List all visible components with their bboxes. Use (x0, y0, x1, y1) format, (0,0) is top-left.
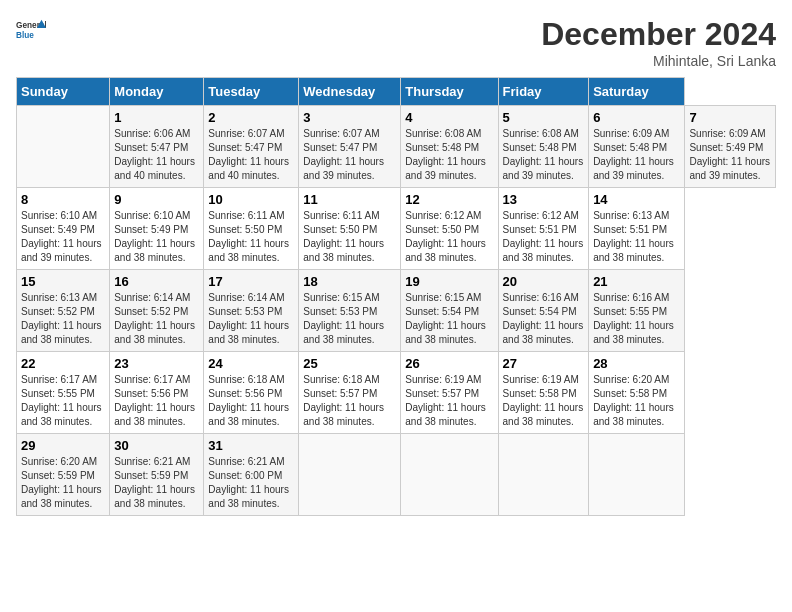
day-number: 25 (303, 356, 396, 371)
calendar-cell: 10Sunrise: 6:11 AMSunset: 5:50 PMDayligh… (204, 188, 299, 270)
logo: General Blue (16, 16, 46, 46)
day-info: Sunrise: 6:06 AMSunset: 5:47 PMDaylight:… (114, 127, 199, 183)
day-number: 28 (593, 356, 680, 371)
calendar-cell: 3Sunrise: 6:07 AMSunset: 5:47 PMDaylight… (299, 106, 401, 188)
calendar-cell: 16Sunrise: 6:14 AMSunset: 5:52 PMDayligh… (110, 270, 204, 352)
calendar-cell: 25Sunrise: 6:18 AMSunset: 5:57 PMDayligh… (299, 352, 401, 434)
day-number: 5 (503, 110, 585, 125)
calendar-cell: 28Sunrise: 6:20 AMSunset: 5:58 PMDayligh… (589, 352, 685, 434)
calendar-cell (401, 434, 498, 516)
day-info: Sunrise: 6:21 AMSunset: 5:59 PMDaylight:… (114, 455, 199, 511)
header-saturday: Saturday (589, 78, 685, 106)
logo-icon: General Blue (16, 16, 46, 46)
calendar-cell: 18Sunrise: 6:15 AMSunset: 5:53 PMDayligh… (299, 270, 401, 352)
day-info: Sunrise: 6:19 AMSunset: 5:58 PMDaylight:… (503, 373, 585, 429)
day-info: Sunrise: 6:19 AMSunset: 5:57 PMDaylight:… (405, 373, 493, 429)
day-info: Sunrise: 6:12 AMSunset: 5:50 PMDaylight:… (405, 209, 493, 265)
header-wednesday: Wednesday (299, 78, 401, 106)
day-number: 6 (593, 110, 680, 125)
day-info: Sunrise: 6:10 AMSunset: 5:49 PMDaylight:… (21, 209, 105, 265)
day-info: Sunrise: 6:17 AMSunset: 5:56 PMDaylight:… (114, 373, 199, 429)
calendar-cell: 13Sunrise: 6:12 AMSunset: 5:51 PMDayligh… (498, 188, 589, 270)
calendar-cell (299, 434, 401, 516)
day-number: 7 (689, 110, 771, 125)
calendar-cell: 7Sunrise: 6:09 AMSunset: 5:49 PMDaylight… (685, 106, 776, 188)
calendar-cell: 8Sunrise: 6:10 AMSunset: 5:49 PMDaylight… (17, 188, 110, 270)
day-number: 8 (21, 192, 105, 207)
header-friday: Friday (498, 78, 589, 106)
calendar-cell (498, 434, 589, 516)
day-info: Sunrise: 6:11 AMSunset: 5:50 PMDaylight:… (303, 209, 396, 265)
calendar-cell: 5Sunrise: 6:08 AMSunset: 5:48 PMDaylight… (498, 106, 589, 188)
day-number: 13 (503, 192, 585, 207)
calendar-cell: 11Sunrise: 6:11 AMSunset: 5:50 PMDayligh… (299, 188, 401, 270)
day-number: 14 (593, 192, 680, 207)
day-number: 22 (21, 356, 105, 371)
calendar-cell: 21Sunrise: 6:16 AMSunset: 5:55 PMDayligh… (589, 270, 685, 352)
day-number: 16 (114, 274, 199, 289)
day-info: Sunrise: 6:08 AMSunset: 5:48 PMDaylight:… (405, 127, 493, 183)
day-info: Sunrise: 6:18 AMSunset: 5:56 PMDaylight:… (208, 373, 294, 429)
day-number: 11 (303, 192, 396, 207)
calendar-cell (589, 434, 685, 516)
calendar-cell: 15Sunrise: 6:13 AMSunset: 5:52 PMDayligh… (17, 270, 110, 352)
calendar-cell (17, 106, 110, 188)
day-info: Sunrise: 6:15 AMSunset: 5:53 PMDaylight:… (303, 291, 396, 347)
day-number: 3 (303, 110, 396, 125)
calendar-cell: 2Sunrise: 6:07 AMSunset: 5:47 PMDaylight… (204, 106, 299, 188)
header-sunday: Sunday (17, 78, 110, 106)
day-info: Sunrise: 6:09 AMSunset: 5:49 PMDaylight:… (689, 127, 771, 183)
day-number: 1 (114, 110, 199, 125)
day-number: 21 (593, 274, 680, 289)
day-number: 12 (405, 192, 493, 207)
day-info: Sunrise: 6:13 AMSunset: 5:52 PMDaylight:… (21, 291, 105, 347)
calendar-cell: 19Sunrise: 6:15 AMSunset: 5:54 PMDayligh… (401, 270, 498, 352)
calendar-cell: 22Sunrise: 6:17 AMSunset: 5:55 PMDayligh… (17, 352, 110, 434)
calendar-cell: 31Sunrise: 6:21 AMSunset: 6:00 PMDayligh… (204, 434, 299, 516)
calendar-cell: 20Sunrise: 6:16 AMSunset: 5:54 PMDayligh… (498, 270, 589, 352)
calendar-cell: 26Sunrise: 6:19 AMSunset: 5:57 PMDayligh… (401, 352, 498, 434)
calendar-cell: 1Sunrise: 6:06 AMSunset: 5:47 PMDaylight… (110, 106, 204, 188)
day-number: 9 (114, 192, 199, 207)
day-info: Sunrise: 6:16 AMSunset: 5:55 PMDaylight:… (593, 291, 680, 347)
header-thursday: Thursday (401, 78, 498, 106)
page-header: General Blue December 2024 Mihintale, Sr… (16, 16, 776, 69)
day-info: Sunrise: 6:16 AMSunset: 5:54 PMDaylight:… (503, 291, 585, 347)
day-info: Sunrise: 6:15 AMSunset: 5:54 PMDaylight:… (405, 291, 493, 347)
calendar-cell: 24Sunrise: 6:18 AMSunset: 5:56 PMDayligh… (204, 352, 299, 434)
calendar-cell: 6Sunrise: 6:09 AMSunset: 5:48 PMDaylight… (589, 106, 685, 188)
day-info: Sunrise: 6:11 AMSunset: 5:50 PMDaylight:… (208, 209, 294, 265)
day-info: Sunrise: 6:14 AMSunset: 5:53 PMDaylight:… (208, 291, 294, 347)
calendar-cell: 29Sunrise: 6:20 AMSunset: 5:59 PMDayligh… (17, 434, 110, 516)
calendar-cell: 30Sunrise: 6:21 AMSunset: 5:59 PMDayligh… (110, 434, 204, 516)
month-title: December 2024 (541, 16, 776, 53)
day-number: 23 (114, 356, 199, 371)
day-info: Sunrise: 6:08 AMSunset: 5:48 PMDaylight:… (503, 127, 585, 183)
day-info: Sunrise: 6:17 AMSunset: 5:55 PMDaylight:… (21, 373, 105, 429)
day-number: 20 (503, 274, 585, 289)
location-subtitle: Mihintale, Sri Lanka (541, 53, 776, 69)
day-number: 10 (208, 192, 294, 207)
calendar-cell: 17Sunrise: 6:14 AMSunset: 5:53 PMDayligh… (204, 270, 299, 352)
calendar-cell: 12Sunrise: 6:12 AMSunset: 5:50 PMDayligh… (401, 188, 498, 270)
calendar-table: SundayMondayTuesdayWednesdayThursdayFrid… (16, 77, 776, 516)
day-info: Sunrise: 6:20 AMSunset: 5:59 PMDaylight:… (21, 455, 105, 511)
day-info: Sunrise: 6:09 AMSunset: 5:48 PMDaylight:… (593, 127, 680, 183)
day-info: Sunrise: 6:14 AMSunset: 5:52 PMDaylight:… (114, 291, 199, 347)
svg-text:Blue: Blue (16, 31, 34, 40)
day-info: Sunrise: 6:12 AMSunset: 5:51 PMDaylight:… (503, 209, 585, 265)
title-block: December 2024 Mihintale, Sri Lanka (541, 16, 776, 69)
day-number: 29 (21, 438, 105, 453)
day-info: Sunrise: 6:20 AMSunset: 5:58 PMDaylight:… (593, 373, 680, 429)
day-number: 4 (405, 110, 493, 125)
calendar-cell: 9Sunrise: 6:10 AMSunset: 5:49 PMDaylight… (110, 188, 204, 270)
day-number: 27 (503, 356, 585, 371)
day-number: 2 (208, 110, 294, 125)
day-number: 30 (114, 438, 199, 453)
day-number: 19 (405, 274, 493, 289)
header-tuesday: Tuesday (204, 78, 299, 106)
day-number: 26 (405, 356, 493, 371)
header-monday: Monday (110, 78, 204, 106)
day-number: 15 (21, 274, 105, 289)
day-info: Sunrise: 6:13 AMSunset: 5:51 PMDaylight:… (593, 209, 680, 265)
